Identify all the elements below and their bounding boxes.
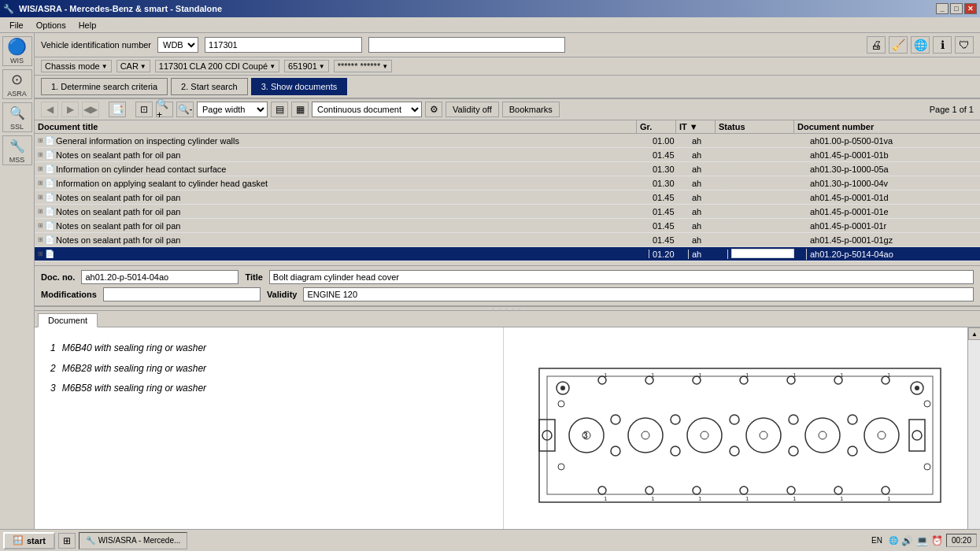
table-row[interactable]: ⊞ 📄 Notes on sealant path for oil pan 01… <box>35 148 980 162</box>
table-row[interactable]: ⊞ 📄 General information on inspecting cy… <box>35 134 980 148</box>
vin-search-box[interactable] <box>368 37 565 53</box>
svg-point-49 <box>671 446 680 456</box>
zoom-in-button[interactable]: 🔍+ <box>156 102 173 117</box>
sidebar-item-wis[interactable]: 🔵 WIS <box>2 36 32 66</box>
menu-options[interactable]: Options <box>30 19 72 31</box>
page-layout-btn2[interactable]: ▦ <box>291 102 309 117</box>
cell-number: ah01.45-p-0001-01b <box>807 150 980 160</box>
print-icon[interactable]: 🖨 <box>867 36 886 54</box>
maximize-button[interactable]: □ <box>950 3 963 14</box>
chevron-down-icon: ▼ <box>102 63 108 70</box>
shield-icon[interactable]: 🛡 <box>955 36 974 54</box>
back-button[interactable]: ◀ <box>41 102 58 117</box>
svg-point-5 <box>915 386 919 390</box>
svg-point-41 <box>760 431 767 439</box>
bookmark-doc-button[interactable]: 📑 <box>109 102 126 117</box>
table-row[interactable]: ⊞ 📄 Notes on sealant path for oil pan 01… <box>35 219 980 233</box>
zoom-fit-button[interactable]: ⊡ <box>135 102 153 117</box>
svg-point-28 <box>787 486 795 494</box>
modifications-label: Modifications <box>41 290 97 299</box>
taskbar-app-wis[interactable]: 🔧 WIS/ASRA - Mercede... <box>79 532 187 549</box>
close-button[interactable]: ✕ <box>964 3 977 14</box>
car-type-dropdown[interactable]: CAR ▼ <box>116 60 150 72</box>
vin-model-dropdown[interactable]: 117301 CLA 200 CDI Coupé ▼ <box>155 60 279 72</box>
sidebar-item-ssl[interactable]: 🔍 SSL <box>2 102 32 132</box>
svg-point-46 <box>611 415 620 424</box>
chassis-mode-dropdown[interactable]: Chassis mode ▼ <box>41 60 112 72</box>
step3-button[interactable]: 3. Show documents <box>251 78 348 95</box>
doc-viewer: 1M6B40 with sealing ring or washer2M6B28… <box>35 327 980 551</box>
table-row[interactable]: ⊞ 📄 Information on applying sealant to c… <box>35 176 980 190</box>
model-name-value: CLA 200 CDI Coupé <box>190 61 268 71</box>
menu-file[interactable]: File <box>3 19 30 31</box>
expand-icon: ⊞ <box>38 194 43 201</box>
zoom-out-button[interactable]: 🔍- <box>176 102 194 117</box>
chevron-down-icon-4: ▼ <box>319 63 325 70</box>
list-item: 3M6B58 with sealing ring or washer <box>50 380 487 398</box>
doc-tab-bar: Document <box>35 311 980 327</box>
bookmarks-button[interactable]: Bookmarks <box>502 102 560 117</box>
validity-button[interactable]: Validity off <box>446 102 499 117</box>
step2-button[interactable]: 2. Start search <box>171 78 248 95</box>
sidebar-label-wis: WIS <box>10 57 24 65</box>
validity-label: Validity <box>267 290 298 299</box>
expand-icon: ⊞ <box>38 236 43 243</box>
cell-it: ah <box>689 193 728 202</box>
cell-gr: 01.45 <box>649 193 689 202</box>
table-row[interactable]: ⊞ 📄 Notes on sealant path for oil pan 01… <box>35 190 980 205</box>
svg-point-40 <box>746 418 781 453</box>
forward-button[interactable]: ▶ <box>61 102 79 117</box>
scroll-up-button[interactable]: ▲ <box>968 327 980 340</box>
item-number: 1 <box>50 342 56 353</box>
cell-title: ⊞ 📄 Notes on sealant path for oil pan <box>35 221 649 231</box>
svg-point-53 <box>789 446 798 456</box>
doc-viewer-scrollbar: ▲ ▼ <box>967 327 980 551</box>
svg-point-48 <box>671 415 680 424</box>
sidebar-item-asra[interactable]: ⊙ ASRA <box>2 69 32 99</box>
info-icon[interactable]: ℹ <box>933 36 952 54</box>
page-width-select[interactable]: Page width Whole page 75% 100% 150% <box>197 102 268 117</box>
col-title: Document title <box>35 120 637 133</box>
table-row[interactable]: ⊞ 📄 01.20 ah ah01.20-p-5014-04ao <box>35 247 980 261</box>
cell-title: ⊞ 📄 General information on inspecting cy… <box>35 136 649 146</box>
step1-button[interactable]: 1. Determine search criteria <box>41 78 168 95</box>
code1-dropdown[interactable]: 651901 ▼ <box>284 60 329 72</box>
svg-point-36 <box>628 418 663 453</box>
network-icon[interactable]: 🌐 <box>911 36 930 54</box>
svg-point-52 <box>789 415 798 424</box>
svg-point-44 <box>864 418 899 453</box>
expand-icon: ⊞ <box>38 179 43 187</box>
expand-icon: ⊞ <box>38 250 43 257</box>
expand-icon: ⊞ <box>38 222 43 229</box>
menu-help[interactable]: Help <box>72 19 103 31</box>
table-row[interactable]: ⊞ 📄 Notes on sealant path for oil pan 01… <box>35 205 980 219</box>
doc-icon: 📄 <box>45 207 54 216</box>
minimize-button[interactable]: _ <box>936 3 949 14</box>
svg-point-50 <box>730 415 739 424</box>
vin-prefix-select[interactable]: WDB <box>157 37 198 53</box>
settings-btn[interactable]: ⚙ <box>425 102 442 117</box>
app-icon: 🔧 <box>3 4 14 14</box>
nav-button3[interactable]: ◀▶ <box>82 102 99 117</box>
sidebar-item-mss[interactable]: 🔧 MSS <box>2 135 32 165</box>
chassis-mode-label: Chassis mode <box>45 61 100 71</box>
svg-point-30 <box>834 486 842 494</box>
start-button[interactable]: 🪟 start <box>3 532 55 549</box>
svg-text:1: 1 <box>840 495 844 502</box>
svg-text:1: 1 <box>840 372 844 379</box>
erase-icon[interactable]: 🧹 <box>889 36 908 54</box>
table-row[interactable]: ⊞ 📄 Notes on sealant path for oil pan 01… <box>35 233 980 247</box>
doc-type-select[interactable]: Continuous document Single page <box>312 102 422 117</box>
doc-content-text: 1M6B40 with sealing ring or washer2M6B28… <box>50 340 487 398</box>
page-layout-btn1[interactable]: ▤ <box>271 102 288 117</box>
vin-input[interactable] <box>205 37 362 53</box>
col-gr: Gr. <box>637 120 676 133</box>
doc-info-bar: Doc. no. ah01.20-p-5014-04ao Title Bolt … <box>35 266 980 306</box>
taskbar-apps-icon[interactable]: ⊞ <box>58 533 76 549</box>
doc-list-header: Document title Gr. IT ▼ Status Document … <box>35 120 980 134</box>
table-row[interactable]: ⊞ 📄 Information on cylinder head contact… <box>35 162 980 176</box>
code2-dropdown[interactable]: ****** ****** ▼ <box>334 60 392 72</box>
doc-icon: 📄 <box>45 136 54 145</box>
title-value: Bolt diagram cylinder head cover <box>269 270 974 284</box>
tab-document[interactable]: Document <box>38 313 98 327</box>
